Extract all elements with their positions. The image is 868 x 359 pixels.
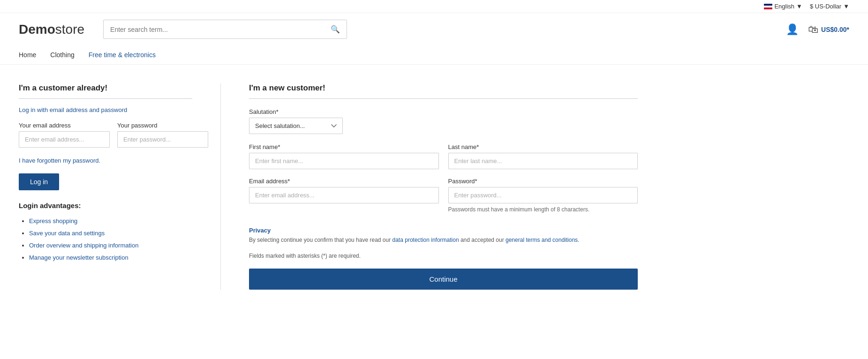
register-email-label: Email address* — [249, 178, 439, 185]
login-email-label: Your email address — [19, 122, 110, 129]
login-subtitle: Log in with email address and password — [19, 106, 192, 113]
salutation-group: Salutation* Select salutation... Mr. Mrs… — [249, 108, 638, 134]
terms-link[interactable]: general terms and conditions. — [506, 237, 579, 243]
privacy-text: By selecting continue you confirm that y… — [249, 236, 638, 244]
login-password-label: Your password — [117, 122, 208, 129]
language-selector[interactable]: English ▼ — [764, 3, 802, 10]
register-email-input[interactable] — [249, 187, 439, 203]
login-button[interactable]: Log in — [19, 173, 59, 190]
login-email-input[interactable] — [19, 131, 110, 148]
cart-icon: 🛍 — [808, 23, 818, 36]
search-input[interactable] — [104, 21, 324, 38]
advantage-link-4[interactable]: Manage your newsletter subscription — [29, 254, 128, 261]
logo[interactable]: Demostore — [19, 22, 84, 37]
language-label: English — [774, 3, 794, 10]
cart-button[interactable]: 🛍 US$0.00* — [808, 23, 849, 36]
main-content: I'm a customer already! Log in with emai… — [0, 65, 657, 308]
privacy-section: Privacy By selecting continue you confir… — [249, 227, 638, 244]
user-account-button[interactable]: 👤 — [786, 23, 799, 36]
login-section: I'm a customer already! Log in with emai… — [19, 83, 192, 290]
login-email-group: Your email address — [19, 122, 110, 148]
register-section: I'm a new customer! Salutation* Select s… — [249, 83, 638, 290]
first-name-label: First name* — [249, 143, 439, 150]
search-bar: 🔍 — [103, 20, 347, 39]
register-password-label: Password* — [448, 178, 638, 185]
login-form-row: Your email address Your password — [19, 122, 192, 148]
advantage-link-2[interactable]: Save your data and settings — [29, 230, 105, 237]
header-top-bar: English ▼ $ US-Dollar ▼ — [0, 0, 868, 13]
email-pass-row: Email address* Password* — [249, 178, 638, 203]
login-section-title: I'm a customer already! — [19, 83, 192, 99]
register-password-input[interactable] — [448, 187, 638, 203]
login-password-group: Your password — [117, 122, 208, 148]
main-navigation: Home Clothing Free time & electronics — [0, 45, 868, 65]
currency-chevron-icon: ▼ — [843, 3, 849, 10]
nav-item-freetime[interactable]: Free time & electronics — [89, 45, 156, 64]
list-item: Save your data and settings — [29, 227, 192, 239]
nav-item-home[interactable]: Home — [19, 45, 36, 64]
list-item: Order overview and shipping information — [29, 239, 192, 252]
name-row: First name* Last name* — [249, 143, 638, 169]
logo-regular: store — [55, 22, 84, 37]
list-item: Manage your newsletter subscription — [29, 252, 192, 264]
privacy-text-middle: and accepted our — [459, 237, 506, 243]
list-item: Express shopping — [29, 215, 192, 227]
currency-label: $ US-Dollar — [810, 3, 841, 10]
section-divider — [220, 83, 221, 290]
continue-button[interactable]: Continue — [249, 269, 638, 290]
data-protection-link[interactable]: data protection information — [392, 237, 459, 243]
logo-bold: Demo — [19, 22, 55, 37]
search-button[interactable]: 🔍 — [324, 20, 347, 38]
register-email-group: Email address* — [249, 178, 439, 203]
header-main: Demostore 🔍 👤 🛍 US$0.00* — [0, 13, 868, 45]
lang-chevron-icon: ▼ — [796, 3, 802, 10]
flag-icon — [764, 4, 772, 9]
forgot-password-link[interactable]: I have forgotten my password. — [19, 157, 100, 164]
login-password-input[interactable] — [117, 131, 208, 148]
last-name-group: Last name* — [448, 143, 638, 169]
privacy-text-before: By selecting continue you confirm that y… — [249, 237, 392, 243]
salutation-select-wrapper: Select salutation... Mr. Mrs. — [249, 118, 343, 134]
nav-item-clothing[interactable]: Clothing — [50, 45, 74, 64]
salutation-label: Salutation* — [249, 108, 638, 115]
login-advantages-list: Express shopping Save your data and sett… — [19, 215, 192, 264]
password-hint: Passwords must have a minimum length of … — [249, 206, 638, 213]
header-icons: 👤 🛍 US$0.00* — [786, 23, 849, 36]
currency-selector[interactable]: $ US-Dollar ▼ — [810, 3, 849, 10]
register-section-title: I'm a new customer! — [249, 83, 638, 99]
first-name-group: First name* — [249, 143, 439, 169]
cart-amount: US$0.00* — [821, 26, 849, 33]
required-note: Fields marked with asterisks (*) are req… — [249, 253, 638, 259]
advantage-link-1[interactable]: Express shopping — [29, 217, 77, 224]
register-password-group: Password* — [448, 178, 638, 203]
salutation-select[interactable]: Select salutation... Mr. Mrs. — [249, 118, 343, 134]
login-advantages-title: Login advantages: — [19, 202, 192, 209]
privacy-title: Privacy — [249, 227, 638, 234]
advantage-link-3[interactable]: Order overview and shipping information — [29, 242, 138, 249]
user-icon: 👤 — [786, 23, 799, 36]
last-name-label: Last name* — [448, 143, 638, 150]
last-name-input[interactable] — [448, 153, 638, 169]
first-name-input[interactable] — [249, 153, 439, 169]
